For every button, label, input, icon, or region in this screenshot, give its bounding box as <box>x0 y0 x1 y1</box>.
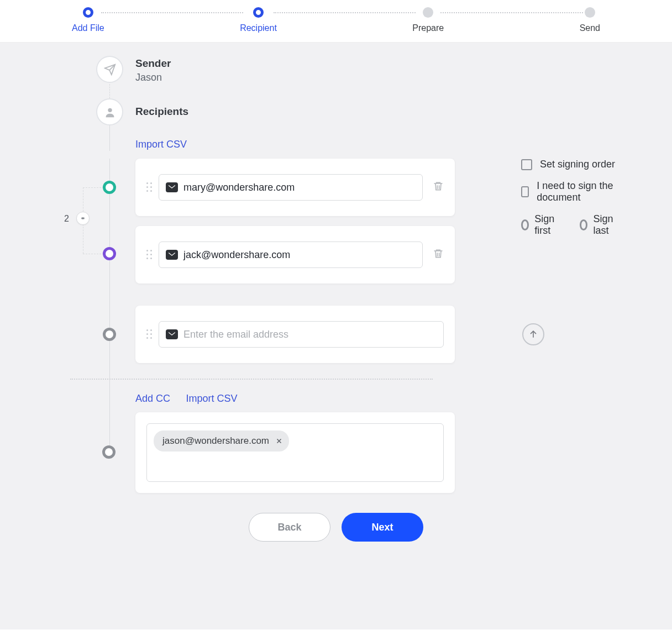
cc-links: Add CC Import CSV <box>135 393 601 405</box>
cc-chip: jason@wondershare.com <box>154 431 289 452</box>
cc-node <box>102 445 116 459</box>
delete-recipient-button[interactable] <box>433 248 444 262</box>
cc-card: jason@wondershare.com <box>135 412 455 493</box>
step-connector <box>101 12 243 13</box>
radio-icon <box>580 219 587 230</box>
step-label: Recipient <box>240 23 277 33</box>
step-prepare[interactable]: Prepare <box>412 7 444 33</box>
step-add-file[interactable]: Add File <box>72 7 104 33</box>
drag-handle-icon[interactable] <box>146 182 152 192</box>
signing-options: Set signing order I need to sign the doc… <box>521 159 616 237</box>
step-recipient[interactable]: Recipient <box>240 7 277 33</box>
envelope-icon <box>166 182 178 192</box>
recipient-email-input[interactable]: jack@wondershare.com <box>159 242 423 268</box>
stepper: Add File Recipient Prepare Send <box>0 0 672 43</box>
content: Sender Jason Recipients Import CSV <box>71 56 601 542</box>
step-dot-icon <box>585 7 595 18</box>
recipient-email-value: mary@wondershare.com <box>183 182 295 193</box>
collapse-group-button[interactable] <box>76 212 90 225</box>
radio-icon <box>521 219 529 230</box>
envelope-icon <box>166 250 178 260</box>
sender-row: Sender Jason <box>71 56 601 83</box>
step-connector <box>274 12 416 13</box>
step-label: Send <box>580 23 600 33</box>
cc-input[interactable]: jason@wondershare.com <box>146 423 444 482</box>
recipient-email-input[interactable]: mary@wondershare.com <box>159 174 423 201</box>
recipient-email-input[interactable]: Enter the email address <box>159 321 444 348</box>
svg-point-0 <box>108 108 112 112</box>
step-connector <box>440 12 582 13</box>
step-label: Add File <box>72 23 104 33</box>
recipient-email-placeholder: Enter the email address <box>183 329 288 340</box>
checkbox-label: Set signing order <box>540 159 615 170</box>
radio-label: Sign last <box>593 213 616 237</box>
timeline-col <box>71 56 128 83</box>
recipients-row: Recipients <box>71 98 601 125</box>
step-label: Prepare <box>412 23 444 33</box>
next-button[interactable]: Next <box>342 513 423 542</box>
recipients-heading: Recipients <box>135 98 601 118</box>
sender-icon <box>96 56 123 83</box>
upload-button[interactable] <box>522 323 544 345</box>
import-csv-link[interactable]: Import CSV <box>135 139 187 150</box>
recipient-card-empty: Enter the email address <box>135 306 455 363</box>
recipient-card: mary@wondershare.com <box>135 159 455 216</box>
sign-last-radio[interactable]: Sign last <box>580 213 616 237</box>
set-signing-order-checkbox[interactable]: Set signing order <box>521 159 616 170</box>
sender-name: Jason <box>135 72 601 83</box>
recipient-node <box>103 181 116 194</box>
recipient-email-value: jack@wondershare.com <box>183 249 290 261</box>
remove-cc-chip-button[interactable] <box>275 437 284 445</box>
drag-handle-icon[interactable] <box>146 250 152 260</box>
delete-recipient-button[interactable] <box>433 180 444 195</box>
recipient-card: jack@wondershare.com <box>135 226 455 284</box>
sender-heading: Sender <box>135 56 601 69</box>
recipient-group-count: 2 <box>64 214 69 224</box>
section-divider <box>70 379 433 380</box>
step-dot-icon <box>423 7 433 18</box>
back-button[interactable]: Back <box>249 513 330 542</box>
step-dot-icon <box>253 7 264 18</box>
step-send[interactable]: Send <box>580 7 600 33</box>
cc-chip-label: jason@wondershare.com <box>162 435 269 447</box>
checkbox-icon <box>521 159 532 170</box>
recipients-icon <box>96 98 123 125</box>
radio-label: Sign first <box>534 213 558 237</box>
step-dot-icon <box>83 7 93 18</box>
sign-first-radio[interactable]: Sign first <box>521 213 558 237</box>
import-cc-csv-link[interactable]: Import CSV <box>186 393 237 405</box>
envelope-icon <box>166 329 178 339</box>
main-area: Sender Jason Recipients Import CSV <box>0 43 672 629</box>
need-to-sign-checkbox[interactable]: I need to sign the document <box>521 180 616 203</box>
checkbox-icon <box>521 186 529 197</box>
recipient-node <box>103 247 116 260</box>
checkbox-label: I need to sign the document <box>537 180 616 203</box>
drag-handle-icon[interactable] <box>146 329 152 339</box>
footer-actions: Back Next <box>71 513 601 542</box>
add-cc-link[interactable]: Add CC <box>135 393 170 405</box>
recipient-node <box>103 328 116 341</box>
